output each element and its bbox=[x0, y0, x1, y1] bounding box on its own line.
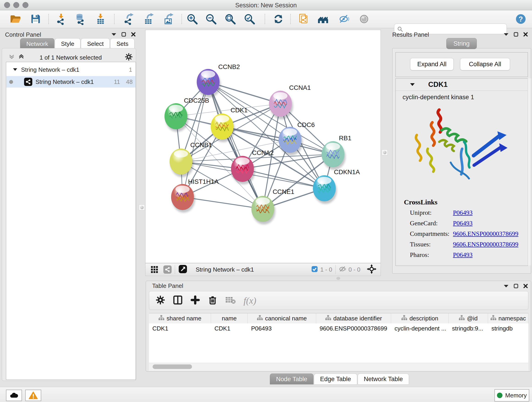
node-CDKN1A[interactable]: CDKN1A bbox=[313, 168, 360, 204]
table-cell[interactable]: cyclin-dependent ... bbox=[391, 323, 449, 333]
open-in-browser-button[interactable] bbox=[298, 13, 310, 25]
left-splitter-handle[interactable] bbox=[139, 204, 145, 211]
node-CCNB2[interactable]: CCNB2 bbox=[197, 63, 240, 98]
delete-column-icon[interactable] bbox=[208, 295, 217, 306]
grid-view-icon[interactable] bbox=[151, 265, 158, 274]
tab-network[interactable]: Network bbox=[20, 38, 54, 49]
tab-style[interactable]: Style bbox=[55, 38, 80, 49]
hidden-eye-slash-icon[interactable] bbox=[339, 266, 347, 274]
column-header-database-identifier[interactable]: database identifier bbox=[316, 313, 391, 323]
delete-table-icon[interactable] bbox=[225, 296, 236, 305]
collection-expander-icon[interactable] bbox=[13, 68, 17, 71]
network-canvas[interactable]: CCNB2CCNA1CDC25BCDK1CDC6RB1CCNB1CCNA2CDK… bbox=[145, 30, 381, 263]
column-header-namespac[interactable]: namespac bbox=[488, 313, 528, 323]
column-header-id[interactable]: @id bbox=[449, 313, 488, 323]
string-home-button[interactable] bbox=[317, 13, 329, 25]
crosslink-pharos-link[interactable]: P06493 bbox=[453, 251, 473, 259]
maximize-panel-icon[interactable] bbox=[514, 32, 518, 37]
float-panel-icon[interactable] bbox=[504, 32, 509, 36]
network-options-gear-icon[interactable] bbox=[125, 53, 133, 62]
zoom-fit-button[interactable] bbox=[224, 13, 236, 25]
tab-select[interactable]: Select bbox=[81, 38, 110, 49]
tab-edge-table[interactable]: Edge Table bbox=[314, 374, 357, 384]
crosslink-uniprot-link[interactable]: P06493 bbox=[453, 209, 473, 216]
export-image-button[interactable] bbox=[162, 13, 175, 25]
bottom-splitter-handle[interactable] bbox=[336, 277, 340, 280]
open-session-button[interactable] bbox=[9, 13, 22, 25]
export-table-button[interactable] bbox=[143, 13, 155, 25]
close-panel-icon[interactable] bbox=[131, 32, 136, 37]
table-cell[interactable]: stringdb:9... bbox=[449, 323, 488, 333]
import-network-database-button[interactable] bbox=[74, 13, 87, 25]
zoom-in-button[interactable] bbox=[186, 13, 198, 25]
maximize-panel-icon[interactable] bbox=[514, 284, 518, 288]
window-titlebar: Session: New Session bbox=[0, 0, 532, 10]
tab-node-table[interactable]: Node Table bbox=[270, 374, 313, 384]
results-panel-controls bbox=[504, 32, 528, 37]
function-builder-icon[interactable]: f(x) bbox=[244, 295, 256, 306]
node-CDK1[interactable]: CDK1 bbox=[210, 107, 247, 142]
network-node-count: 11 bbox=[114, 78, 120, 85]
network-label: String Network – cdk1 bbox=[36, 78, 94, 85]
crosslink-tissues-link[interactable]: 9606.ENSP00000378699 bbox=[453, 241, 518, 248]
crosslink-genecard-link[interactable]: P06493 bbox=[453, 220, 473, 227]
node-CDC25B[interactable]: CDC25B bbox=[165, 97, 209, 132]
network-collection-row[interactable]: String Network – cdk1 1 bbox=[6, 64, 135, 75]
node-RB1[interactable]: RB1 bbox=[322, 134, 351, 170]
table-settings-gear-icon[interactable] bbox=[156, 295, 165, 306]
table-cell[interactable]: CDK1 bbox=[149, 323, 211, 333]
hide-glass-button[interactable] bbox=[338, 13, 351, 25]
node-HIST1H1A[interactable]: HIST1H1A bbox=[171, 178, 219, 213]
fit-content-crosshair-icon[interactable] bbox=[367, 264, 376, 275]
table-cell[interactable]: 9606.ENSP00000378699 bbox=[316, 323, 391, 333]
create-column-icon[interactable] bbox=[190, 295, 200, 306]
help-button[interactable]: ? bbox=[515, 13, 527, 25]
column-header-shared-name[interactable]: shared name bbox=[149, 313, 211, 323]
gene-collapse-icon[interactable] bbox=[410, 83, 415, 86]
sphere-view-button[interactable] bbox=[358, 13, 370, 25]
import-network-file-button[interactable] bbox=[55, 13, 67, 25]
import-table-file-button[interactable] bbox=[94, 13, 107, 25]
close-panel-icon[interactable] bbox=[523, 32, 528, 37]
column-header-canonical-name[interactable]: canonical name bbox=[248, 313, 316, 323]
results-scrollbar-track[interactable] bbox=[528, 78, 531, 265]
table-cell[interactable]: CDK1 bbox=[211, 323, 248, 333]
warnings-button[interactable] bbox=[25, 390, 41, 401]
memory-button[interactable]: Memory bbox=[494, 389, 529, 402]
column-header-name[interactable]: name bbox=[211, 313, 248, 323]
export-network-button[interactable] bbox=[122, 13, 135, 25]
node-CDC6[interactable]: CDC6 bbox=[279, 121, 315, 155]
column-header-description[interactable]: description bbox=[391, 313, 449, 323]
node-CCNE1[interactable]: CCNE1 bbox=[251, 188, 294, 225]
birdseye-view-icon[interactable] bbox=[178, 264, 187, 274]
toolbar-divider bbox=[181, 14, 182, 24]
save-session-button[interactable] bbox=[29, 13, 42, 25]
zoom-out-button[interactable] bbox=[205, 13, 217, 25]
table-cell[interactable]: P06493 bbox=[248, 323, 316, 333]
right-splitter-handle[interactable] bbox=[382, 149, 388, 155]
tab-string[interactable]: String bbox=[446, 38, 477, 49]
selected-checkbox-icon[interactable] bbox=[311, 266, 318, 274]
node-CCNB1[interactable]: CCNB1 bbox=[170, 141, 212, 177]
float-panel-icon[interactable] bbox=[504, 284, 509, 288]
node-CCNA1[interactable]: CCNA1 bbox=[269, 84, 311, 119]
tab-sets[interactable]: Sets bbox=[110, 38, 134, 49]
collapse-all-button[interactable]: Collapse All bbox=[460, 58, 510, 70]
expand-all-button[interactable]: Expand All bbox=[410, 58, 454, 70]
cloud-status-button[interactable] bbox=[6, 390, 22, 401]
table-hscrollbar-thumb[interactable] bbox=[152, 364, 192, 369]
table-hscrollbar-track[interactable] bbox=[149, 363, 528, 371]
zoom-selected-button[interactable] bbox=[243, 13, 256, 25]
network-row[interactable]: String Network – cdk1 11 48 bbox=[6, 76, 135, 88]
float-panel-icon[interactable] bbox=[111, 32, 116, 36]
string-home-icon bbox=[317, 13, 329, 25]
show-columns-icon[interactable] bbox=[173, 295, 183, 306]
crosslink-compartments-link[interactable]: 9606.ENSP00000378699 bbox=[453, 230, 518, 237]
maximize-panel-icon[interactable] bbox=[121, 32, 126, 37]
network-share-icon[interactable] bbox=[163, 265, 172, 274]
refresh-layout-button[interactable] bbox=[272, 13, 285, 25]
table-cell[interactable]: stringdb bbox=[488, 323, 528, 333]
tab-network-table[interactable]: Network Table bbox=[358, 374, 409, 384]
close-panel-icon[interactable] bbox=[523, 284, 528, 288]
toolbar-divider bbox=[265, 14, 265, 24]
